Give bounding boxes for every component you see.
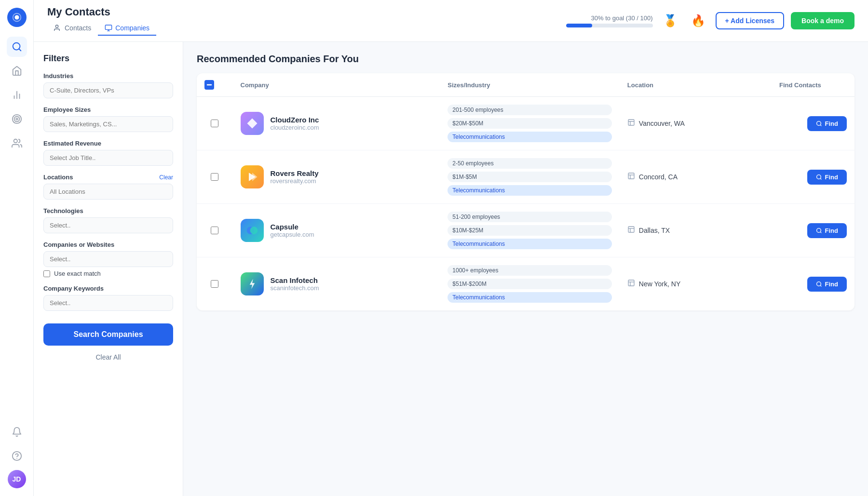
book-demo-button[interactable]: Book a demo [791, 12, 854, 29]
badge-1: $51M-$200M [448, 279, 612, 289]
clear-all-button[interactable]: Clear All [43, 349, 173, 366]
svg-point-19 [816, 121, 821, 125]
find-button[interactable]: Find [807, 277, 847, 292]
revenue-input[interactable] [43, 150, 173, 166]
svg-point-7 [14, 117, 19, 122]
companies-table: Company Sizes/Industry Location Find Con… [197, 73, 854, 310]
find-button[interactable]: Find [807, 223, 847, 238]
row-checkbox-cell [197, 150, 233, 204]
results-title: Recommended Companies For You [197, 54, 854, 65]
locations-clear-button[interactable]: Clear [159, 174, 173, 181]
row-location-cell: Dallas, TX [620, 204, 772, 257]
filter-group-employee-sizes: Employee Sizes [43, 106, 173, 132]
row-checkbox[interactable] [211, 173, 218, 181]
location-text: Vancouver, WA [639, 120, 685, 127]
company-logo [241, 272, 264, 295]
building-icon [627, 279, 635, 289]
filter-group-companies-websites: Companies or Websites Use exact match [43, 241, 173, 277]
industries-input[interactable] [43, 82, 173, 98]
company-info: CloudZero Inc cloudzeroinc.com [271, 116, 319, 131]
svg-marker-31 [249, 279, 255, 289]
svg-point-27 [250, 227, 258, 234]
progress-bar-background [566, 24, 653, 27]
tab-companies[interactable]: Companies [98, 21, 156, 36]
building-icon [627, 226, 635, 235]
keywords-input[interactable] [43, 295, 173, 311]
col-header-check [197, 73, 233, 97]
row-location-cell: New York, NY [620, 257, 772, 311]
sidebar-item-analytics[interactable] [7, 85, 27, 105]
find-button[interactable]: Find [807, 116, 847, 131]
flame-icon-button[interactable]: 🔥 [688, 10, 709, 31]
find-button[interactable]: Find [807, 170, 847, 185]
filters-title: Filters [43, 54, 173, 64]
badge-1: $20M-$50M [448, 118, 612, 129]
row-checkbox[interactable] [211, 280, 218, 288]
filter-group-keywords: Company Keywords [43, 285, 173, 311]
sidebar-item-targets[interactable] [7, 109, 27, 129]
filter-group-industries: Industries [43, 72, 173, 98]
sidebar-item-home[interactable] [7, 61, 27, 81]
filter-label-employee-sizes: Employee Sizes [43, 106, 173, 113]
header: My Contacts Contacts Companies 30% to go… [34, 0, 868, 42]
company-domain: cloudzeroinc.com [271, 124, 319, 131]
row-checkbox-cell [197, 204, 233, 257]
main-content: My Contacts Contacts Companies 30% to go… [34, 0, 868, 496]
company-name: Scan Infotech [271, 276, 319, 284]
add-licenses-button[interactable]: + Add Licenses [716, 12, 785, 29]
exact-match-checkbox[interactable] [43, 270, 50, 277]
filter-label-locations: Locations Clear [43, 174, 173, 181]
company-info: Capsule getcapsule.com [271, 223, 314, 238]
tab-contacts[interactable]: Contacts [47, 21, 98, 36]
col-header-sizes: Sizes/Industry [440, 73, 620, 97]
body: Filters Industries Employee Sizes Estima… [34, 42, 868, 496]
badge-2: Telecommunications [448, 239, 612, 249]
svg-rect-32 [628, 280, 634, 286]
row-checkbox[interactable] [211, 120, 218, 127]
app-logo[interactable] [7, 8, 27, 27]
row-find-cell: Find [772, 97, 854, 150]
employee-sizes-input[interactable] [43, 116, 173, 132]
technologies-input[interactable] [43, 217, 173, 233]
row-find-cell: Find [772, 204, 854, 257]
filter-group-revenue: Estimated Revenue [43, 140, 173, 166]
header-right: 30% to goal (30 / 100) 🏅 🔥 + Add License… [566, 10, 854, 31]
company-info: Scan Infotech scaninfotech.com [271, 276, 319, 292]
filter-group-locations: Locations Clear [43, 174, 173, 200]
companies-websites-input[interactable] [43, 251, 173, 267]
table-row: Rovers Realty roversrealty.com 2-50 empl… [197, 150, 854, 204]
row-company-cell: Scan Infotech scaninfotech.com [233, 257, 440, 311]
badges-container: 1000+ employees$51M-$200MTelecommunicati… [448, 265, 612, 303]
location-text: Concord, CA [639, 173, 678, 181]
sidebar-item-search[interactable] [7, 37, 27, 57]
svg-point-24 [816, 174, 821, 179]
results-panel: Recommended Companies For You Company Si… [183, 42, 868, 496]
svg-line-20 [820, 125, 821, 126]
sidebar-item-notifications[interactable] [7, 422, 27, 442]
location-text: New York, NY [639, 280, 680, 288]
locations-input[interactable] [43, 184, 173, 200]
svg-line-2 [19, 49, 21, 51]
trophy-icon-button[interactable]: 🏅 [660, 10, 681, 31]
badge-2: Telecommunications [448, 132, 612, 142]
sidebar-item-contacts[interactable] [7, 133, 27, 153]
row-checkbox[interactable] [211, 227, 218, 234]
svg-marker-22 [252, 173, 258, 181]
svg-line-34 [820, 285, 821, 286]
row-badges-cell: 1000+ employees$51M-$200MTelecommunicati… [440, 257, 620, 311]
search-companies-button[interactable]: Search Companies [43, 323, 173, 346]
exact-match-label[interactable]: Use exact match [54, 270, 101, 277]
row-badges-cell: 2-50 employees$1M-$5MTelecommunications [440, 150, 620, 204]
header-left: My Contacts Contacts Companies [47, 6, 156, 36]
svg-point-9 [14, 139, 17, 143]
company-domain: scaninfotech.com [271, 284, 319, 292]
user-avatar[interactable]: JD [8, 470, 26, 488]
badge-1: $10M-$25M [448, 225, 612, 236]
table-row: Capsule getcapsule.com 51-200 employees$… [197, 204, 854, 257]
filter-label-revenue: Estimated Revenue [43, 140, 173, 147]
select-all-checkbox[interactable] [204, 80, 214, 90]
filter-label-companies-websites: Companies or Websites [43, 241, 173, 248]
sidebar-item-help[interactable] [7, 446, 27, 466]
svg-point-8 [16, 118, 18, 120]
table-row: Scan Infotech scaninfotech.com 1000+ emp… [197, 257, 854, 311]
